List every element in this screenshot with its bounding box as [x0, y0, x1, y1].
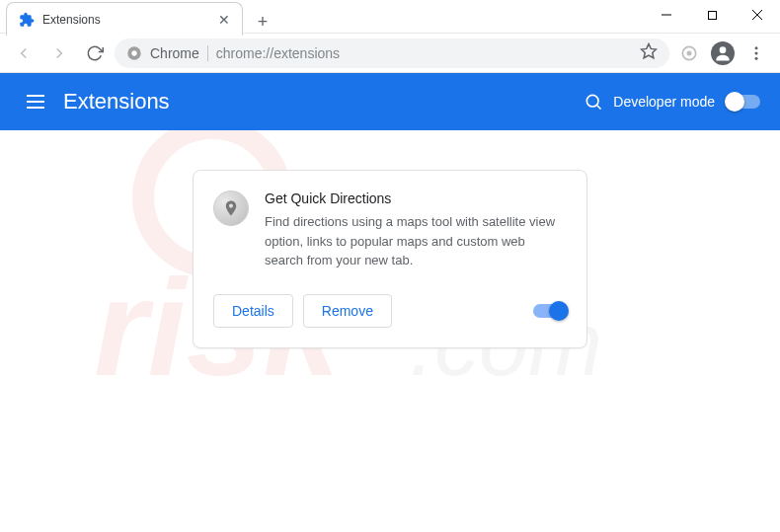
tab-title: Extensions [42, 13, 208, 27]
extension-puzzle-icon [19, 12, 35, 28]
address-bar-row: Chrome chrome://extensions [0, 34, 780, 73]
extension-icon [213, 190, 249, 226]
extensions-toolbar: Extensions Developer mode [0, 73, 780, 130]
location-icon[interactable] [673, 38, 705, 69]
extension-enable-toggle[interactable] [533, 304, 567, 318]
extension-card: Get Quick Directions Find directions usi… [193, 170, 587, 348]
new-tab-button[interactable]: + [249, 8, 276, 36]
remove-button[interactable]: Remove [303, 294, 392, 328]
tab-close-icon[interactable]: ✕ [216, 12, 232, 28]
developer-mode-toggle[interactable] [727, 95, 760, 109]
browser-tab[interactable]: Extensions ✕ [6, 2, 243, 36]
back-button[interactable] [8, 38, 39, 69]
url-text: chrome://extensions [216, 45, 632, 61]
reload-button[interactable] [79, 38, 111, 69]
svg-point-15 [755, 51, 758, 54]
svg-point-9 [131, 50, 136, 55]
tab-strip: Extensions ✕ + [6, 2, 276, 36]
page-title: Extensions [63, 89, 170, 114]
bookmark-star-icon[interactable] [640, 42, 658, 63]
search-icon[interactable] [574, 82, 613, 121]
window-minimize-button[interactable] [644, 0, 689, 30]
developer-mode-label: Developer mode [613, 94, 715, 110]
window-maximize-button[interactable] [689, 0, 735, 30]
window-close-button[interactable] [735, 0, 780, 30]
avatar-icon [711, 41, 735, 65]
forward-button[interactable] [43, 38, 75, 69]
chrome-icon [126, 45, 142, 61]
extension-name: Get Quick Directions [265, 190, 567, 206]
origin-chip: Chrome [150, 45, 199, 61]
details-button[interactable]: Details [213, 294, 293, 328]
svg-point-12 [687, 50, 692, 55]
content-area: Get Quick Directions Find directions usi… [0, 130, 780, 348]
profile-avatar[interactable] [707, 38, 739, 69]
address-bar[interactable]: Chrome chrome://extensions [115, 38, 669, 68]
omnibox-divider [207, 45, 208, 61]
svg-point-17 [587, 95, 599, 107]
kebab-menu-icon[interactable] [741, 38, 772, 69]
svg-point-14 [755, 46, 758, 49]
hamburger-menu-icon[interactable] [16, 82, 55, 121]
svg-marker-10 [642, 44, 657, 58]
svg-line-18 [597, 106, 601, 110]
svg-point-13 [720, 46, 727, 53]
svg-point-16 [755, 56, 758, 59]
extension-description: Find directions using a maps tool with s… [265, 212, 567, 270]
svg-rect-5 [708, 11, 716, 19]
